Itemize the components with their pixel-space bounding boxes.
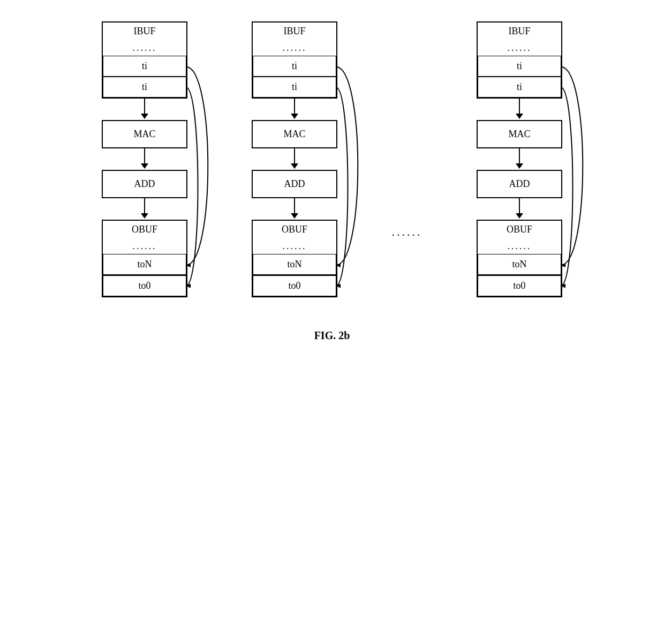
obuf-block-3: OBUF ...... toN to0 [477,220,562,297]
obuf-cells-2: toN to0 [253,254,336,296]
mac-block-1: MAC [102,120,187,148]
arrow-ibuf-mac-1 [102,99,187,120]
arrow-mac-add-3 [477,148,562,170]
ibuf-cell2-1: ti [103,77,186,97]
obuf-header-1: OBUF [103,221,186,238]
obuf-header-2: OBUF [253,221,336,238]
obuf-cell-to0-2: to0 [253,276,336,296]
add-block-3: ADD [477,170,562,198]
ibuf-header-1: IBUF [103,23,186,40]
diagrams-row: IBUF ...... ti ti MAC ADD [0,11,664,308]
ibuf-dots-3: ...... [478,40,561,56]
obuf-cell-to0-1: to0 [103,276,186,296]
obuf-cell-ton-3: toN [478,254,561,276]
ibuf-header-2: IBUF [253,23,336,40]
diagram-wrapper: IBUF ...... ti ti MAC ADD [0,11,664,308]
arrow-ibuf-mac-3 [477,99,562,120]
obuf-header-3: OBUF [478,221,561,238]
obuf-cell-ton-2: toN [253,254,336,276]
mac-block-2: MAC [252,120,337,148]
ibuf-cell1-1: ti [103,56,186,77]
obuf-cell-to0-3: to0 [478,276,561,296]
ibuf-cell2-2: ti [253,77,336,97]
obuf-cell-ton-1: toN [103,254,186,276]
mac-block-3: MAC [477,120,562,148]
diagram-column-3: IBUF ...... ti ti MAC ADD [466,21,573,297]
add-block-1: ADD [102,170,187,198]
figure-caption: FIG. 2b [314,330,350,342]
ibuf-cell1-2: ti [253,56,336,77]
add-block-2: ADD [252,170,337,198]
ibuf-block-1: IBUF ...... ti ti [102,21,187,99]
arrow-ibuf-mac-2 [252,99,337,120]
ibuf-cells-2: ti ti [253,56,336,98]
ibuf-cells-1: ti ti [103,56,186,98]
ibuf-block-2: IBUF ...... ti ti [252,21,337,99]
obuf-dots-2: ...... [253,238,336,254]
diagram-column-1: IBUF ...... ti ti MAC ADD [91,21,198,297]
obuf-dots-1: ...... [103,238,186,254]
arrow-mac-add-1 [102,148,187,170]
obuf-block-1: OBUF ...... toN to0 [102,220,187,297]
ibuf-cells-3: ti ti [478,56,561,98]
middle-dots: ...... [391,21,423,239]
ibuf-cell1-3: ti [478,56,561,77]
arrow-add-obuf-3 [477,198,562,220]
obuf-cells-3: toN to0 [478,254,561,296]
obuf-block-2: OBUF ...... toN to0 [252,220,337,297]
ibuf-header-3: IBUF [478,23,561,40]
obuf-cells-1: toN to0 [103,254,186,296]
obuf-dots-3: ...... [478,238,561,254]
arrow-mac-add-2 [252,148,337,170]
ibuf-block-3: IBUF ...... ti ti [477,21,562,99]
ibuf-cell2-3: ti [478,77,561,97]
main-container: IBUF ...... ti ti MAC ADD [0,0,664,644]
ibuf-dots-2: ...... [253,40,336,56]
diagram-column-2: IBUF ...... ti ti MAC ADD [241,21,348,297]
ibuf-dots-1: ...... [103,40,186,56]
arrow-add-obuf-2 [252,198,337,220]
arrow-add-obuf-1 [102,198,187,220]
